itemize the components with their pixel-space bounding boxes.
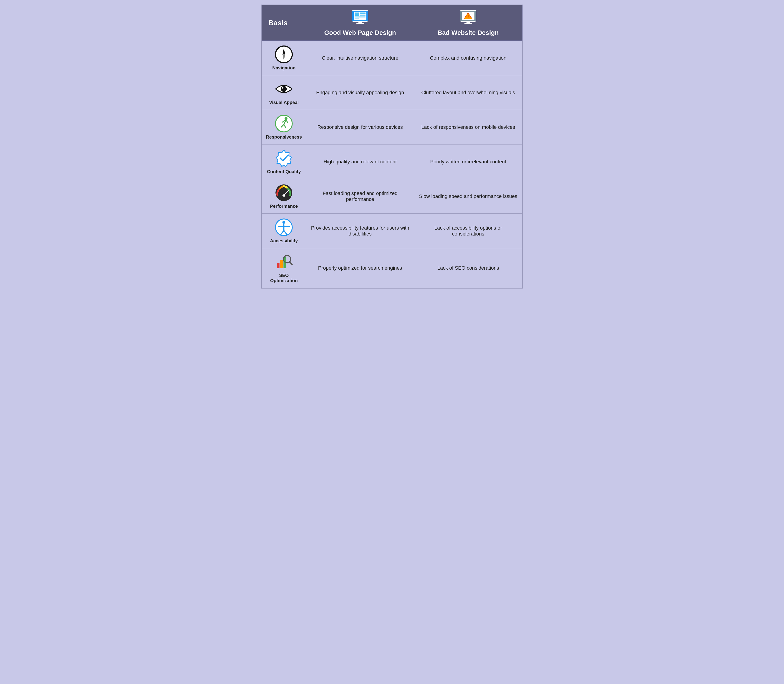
responsive-icon-wrap: Responsiveness: [264, 115, 304, 140]
good-cell-performance: Fast loading speed and optimized perform…: [306, 179, 414, 214]
good-header-label: Good Web Page Design: [324, 29, 396, 36]
content-quality-icon: [275, 149, 293, 167]
bad-accessibility-text: Lack of accessibility options or conside…: [435, 225, 502, 237]
svg-point-33: [283, 195, 285, 196]
responsiveness-icon: [275, 115, 293, 133]
bad-column-header: Bad Website Design: [414, 5, 522, 41]
content-icon-wrap: Content Quality: [264, 149, 304, 174]
bad-performance-text: Slow loading speed and performance issue…: [419, 194, 517, 199]
bad-cell-navigation: Complex and confusing navigation: [414, 41, 522, 75]
svg-rect-12: [464, 23, 472, 24]
bad-cell-content: Poorly written or irrelevant content: [414, 145, 522, 179]
navigation-icon-wrap: Navigation: [264, 45, 304, 71]
bad-responsive-text: Lack of responsiveness on mobile devices: [421, 124, 515, 130]
visual-appeal-label: Visual Appeal: [269, 100, 299, 105]
good-column-header: Good Web Page Design: [306, 5, 414, 41]
good-design-icon: [311, 9, 409, 28]
bad-cell-visual: Cluttered layout and overwhelming visual…: [414, 75, 522, 110]
bad-cell-seo: Lack of SEO considerations: [414, 248, 522, 288]
good-cell-visual: Engaging and visually appealing design: [306, 75, 414, 110]
good-cell-navigation: Clear, intuitive navigation structure: [306, 41, 414, 75]
svg-rect-40: [277, 263, 280, 268]
good-cell-accessibility: Provides accessibility features for user…: [306, 214, 414, 248]
good-content-text: High-quality and relevant content: [324, 159, 397, 165]
visual-icon-wrap: Visual Appeal: [264, 80, 304, 105]
table-body: Navigation Clear, intuitive navigation s…: [262, 41, 522, 288]
bad-navigation-text: Complex and confusing navigation: [430, 55, 506, 61]
bad-content-text: Poorly written or irrelevant content: [430, 159, 506, 165]
visual-appeal-icon: [275, 80, 293, 98]
bad-cell-responsive: Lack of responsiveness on mobile devices: [414, 110, 522, 145]
bad-cell-performance: Slow loading speed and performance issue…: [414, 179, 522, 214]
performance-label: Performance: [270, 204, 298, 209]
seo-icon-wrap: SEO Optimization: [264, 253, 304, 283]
comparison-table: Basis: [261, 5, 523, 289]
good-navigation-text: Clear, intuitive navigation structure: [322, 55, 398, 61]
svg-rect-41: [280, 260, 283, 268]
good-visual-text: Engaging and visually appealing design: [316, 90, 404, 95]
table-row: Accessibility Provides accessibility fea…: [262, 214, 522, 248]
svg-rect-6: [360, 15, 365, 16]
bad-seo-text: Lack of SEO considerations: [437, 265, 499, 271]
bad-header-label: Bad Website Design: [438, 29, 499, 36]
content-quality-label: Content Quality: [267, 169, 301, 174]
navigation-label: Navigation: [272, 65, 295, 71]
svg-rect-15: [468, 18, 468, 18]
accessibility-label: Accessibility: [270, 238, 298, 244]
basis-cell-responsive: Responsiveness: [262, 110, 306, 145]
table-row: Performance Fast loading speed and optim…: [262, 179, 522, 214]
svg-rect-7: [354, 16, 365, 18]
basis-column-header: Basis: [262, 5, 306, 41]
svg-rect-8: [354, 18, 359, 19]
good-cell-content: High-quality and relevant content: [306, 145, 414, 179]
bad-visual-text: Cluttered layout and overwhelming visual…: [421, 90, 515, 95]
basis-cell-accessibility: Accessibility: [262, 214, 306, 248]
performance-icon-wrap: Performance: [264, 184, 304, 209]
accessibility-icon: [275, 218, 293, 236]
svg-rect-3: [356, 23, 364, 24]
performance-icon: [275, 184, 293, 202]
good-responsive-text: Responsive design for various devices: [317, 124, 403, 130]
svg-rect-11: [467, 21, 470, 23]
svg-rect-2: [359, 21, 362, 23]
good-cell-responsive: Responsive design for various devices: [306, 110, 414, 145]
table-row: SEO Optimization Properly optimized for …: [262, 248, 522, 288]
seo-icon: [275, 253, 293, 271]
table-row: Content Quality High-quality and relevan…: [262, 145, 522, 179]
good-seo-text: Properly optimized for search engines: [318, 265, 402, 271]
svg-rect-4: [354, 13, 359, 16]
navigation-icon: [275, 45, 293, 63]
seo-label: SEO Optimization: [270, 273, 298, 283]
accessibility-icon-wrap: Accessibility: [264, 218, 304, 244]
basis-cell-performance: Performance: [262, 179, 306, 214]
svg-line-44: [290, 262, 292, 264]
basis-cell-content: Content Quality: [262, 145, 306, 179]
svg-point-21: [282, 87, 283, 89]
basis-cell-visual: Visual Appeal: [262, 75, 306, 110]
good-accessibility-text: Provides accessibility features for user…: [311, 225, 409, 237]
responsiveness-label: Responsiveness: [266, 134, 302, 140]
svg-rect-14: [468, 15, 468, 17]
bad-cell-accessibility: Lack of accessibility options or conside…: [414, 214, 522, 248]
table-row: Visual Appeal Engaging and visually appe…: [262, 75, 522, 110]
good-performance-text: Fast loading speed and optimized perform…: [323, 190, 398, 202]
good-cell-seo: Properly optimized for search engines: [306, 248, 414, 288]
table-row: Navigation Clear, intuitive navigation s…: [262, 41, 522, 75]
basis-header-label: Basis: [268, 19, 288, 27]
svg-point-35: [282, 221, 285, 224]
table-header-row: Basis: [262, 5, 522, 41]
basis-cell-navigation: Navigation: [262, 41, 306, 75]
basis-cell-seo: SEO Optimization: [262, 248, 306, 288]
bad-design-icon: [419, 9, 517, 28]
svg-rect-5: [360, 13, 365, 14]
svg-marker-29: [276, 150, 291, 166]
table-row: Responsiveness Responsive design for var…: [262, 110, 522, 145]
